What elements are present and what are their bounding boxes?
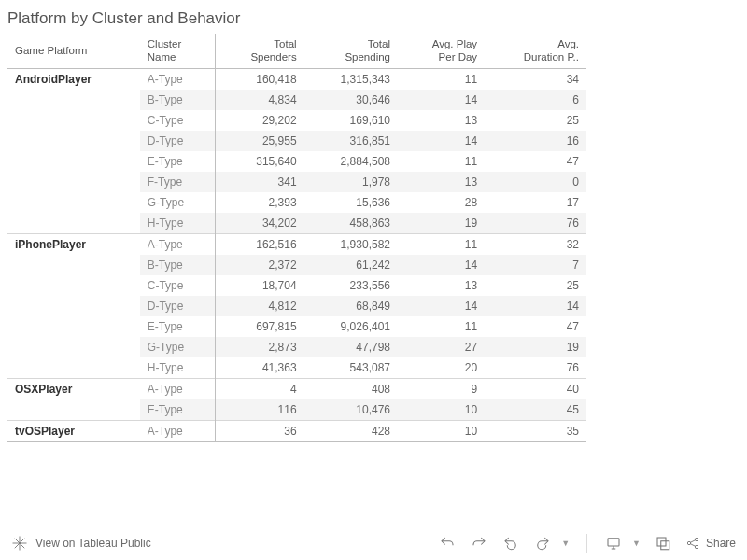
spenders-cell: 41,363 — [216, 357, 304, 379]
col-cluster[interactable]: Cluster Name — [140, 34, 216, 68]
page-title: Platform by Cluster and Behavior — [0, 0, 747, 34]
col-play[interactable]: Avg. Play Per Day — [398, 34, 485, 68]
duration-cell: 47 — [485, 151, 586, 172]
duration-cell: 17 — [485, 192, 586, 213]
col-duration[interactable]: Avg. Duration P.. — [485, 34, 586, 68]
play-cell: 13 — [398, 172, 485, 192]
duration-cell: 76 — [485, 357, 586, 379]
play-cell: 11 — [398, 68, 485, 90]
spending-cell: 9,026,401 — [304, 316, 398, 337]
table-container: Game Platform Cluster Name Total Spender… — [0, 34, 747, 442]
svg-line-13 — [690, 543, 695, 546]
spenders-cell: 2,393 — [216, 192, 304, 213]
spending-cell: 15,636 — [304, 192, 398, 213]
play-cell: 11 — [398, 151, 485, 172]
toolbar-separator — [586, 534, 587, 553]
cluster-cell: C-Type — [140, 275, 216, 296]
platform-cell: iPhonePlayer — [7, 233, 140, 378]
cluster-cell: A-Type — [140, 233, 216, 255]
device-preview-button[interactable] — [604, 534, 623, 553]
spenders-cell: 4,812 — [216, 296, 304, 316]
svg-rect-8 — [661, 540, 669, 549]
table-row[interactable]: OSXPlayerA-Type4408940 — [7, 378, 586, 399]
cluster-cell: C-Type — [140, 110, 216, 131]
spending-cell: 47,798 — [304, 337, 398, 357]
refresh-button[interactable] — [533, 534, 552, 553]
spenders-cell: 25,955 — [216, 131, 304, 151]
refresh-dropdown[interactable]: ▼ — [561, 539, 570, 548]
spenders-cell: 315,640 — [216, 151, 304, 172]
duration-cell: 32 — [485, 233, 586, 255]
spenders-cell: 29,202 — [216, 110, 304, 131]
duration-cell: 34 — [485, 68, 586, 90]
spending-cell: 1,930,582 — [304, 233, 398, 255]
cluster-cell: A-Type — [140, 68, 216, 90]
spenders-cell: 162,516 — [216, 233, 304, 255]
device-dropdown[interactable]: ▼ — [632, 539, 641, 548]
play-cell: 11 — [398, 316, 485, 337]
cluster-cell: D-Type — [140, 296, 216, 316]
duration-cell: 25 — [485, 110, 586, 131]
share-button[interactable]: Share — [685, 534, 736, 553]
col-platform[interactable]: Game Platform — [7, 34, 140, 68]
svg-line-12 — [690, 539, 695, 542]
table-row[interactable]: tvOSPlayerA-Type364281035 — [7, 420, 586, 441]
undo-button[interactable] — [438, 534, 457, 553]
spending-cell: 458,863 — [304, 213, 398, 234]
spending-cell: 2,884,508 — [304, 151, 398, 172]
replay-button[interactable] — [501, 534, 520, 553]
play-cell: 28 — [398, 192, 485, 213]
duration-cell: 0 — [485, 172, 586, 192]
play-cell: 11 — [398, 233, 485, 255]
download-button[interactable] — [654, 534, 672, 553]
cluster-cell: D-Type — [140, 131, 216, 151]
play-cell: 14 — [398, 131, 485, 151]
cluster-cell: H-Type — [140, 357, 216, 379]
play-cell: 14 — [398, 255, 485, 275]
spending-cell: 10,476 — [304, 399, 398, 421]
tableau-logo-icon — [11, 535, 28, 552]
duration-cell: 14 — [485, 296, 586, 316]
cluster-cell: G-Type — [140, 192, 216, 213]
platform-cell: AndroidPlayer — [7, 68, 140, 233]
share-label: Share — [706, 537, 736, 550]
platform-cell: tvOSPlayer — [7, 420, 140, 441]
svg-point-9 — [687, 541, 690, 544]
svg-rect-4 — [608, 538, 619, 545]
redo-button[interactable] — [470, 534, 488, 553]
duration-cell: 35 — [485, 420, 586, 441]
spending-cell: 316,851 — [304, 131, 398, 151]
svg-point-10 — [695, 538, 698, 540]
table-row[interactable]: AndroidPlayerA-Type160,4181,315,3431134 — [7, 68, 586, 90]
spenders-cell: 4,834 — [216, 90, 304, 110]
spending-cell: 1,315,343 — [304, 68, 398, 90]
play-cell: 9 — [398, 378, 485, 399]
spending-cell: 428 — [304, 420, 398, 441]
spending-cell: 68,849 — [304, 296, 398, 316]
spenders-cell: 2,873 — [216, 337, 304, 357]
duration-cell: 6 — [485, 90, 586, 110]
table-row[interactable]: iPhonePlayerA-Type162,5161,930,5821132 — [7, 233, 586, 255]
spenders-cell: 341 — [216, 172, 304, 192]
spending-cell: 543,087 — [304, 357, 398, 379]
col-spenders[interactable]: Total Spenders — [216, 34, 304, 68]
svg-rect-7 — [657, 538, 666, 546]
data-table: Game Platform Cluster Name Total Spender… — [7, 34, 586, 442]
play-cell: 10 — [398, 420, 485, 441]
platform-cell: OSXPlayer — [7, 378, 140, 420]
col-spending[interactable]: Total Spending — [304, 34, 398, 68]
play-cell: 13 — [398, 110, 485, 131]
cluster-cell: E-Type — [140, 151, 216, 172]
play-cell: 10 — [398, 399, 485, 421]
duration-cell: 47 — [485, 316, 586, 337]
spending-cell: 1,978 — [304, 172, 398, 192]
cluster-cell: B-Type — [140, 255, 216, 275]
cluster-cell: F-Type — [140, 172, 216, 192]
spenders-cell: 697,815 — [216, 316, 304, 337]
cluster-cell: B-Type — [140, 90, 216, 110]
spenders-cell: 2,372 — [216, 255, 304, 275]
toolbar: View on Tableau Public ▼ ▼ Share — [0, 525, 747, 560]
play-cell: 19 — [398, 213, 485, 234]
tableau-public-link[interactable]: View on Tableau Public — [11, 535, 151, 552]
cluster-cell: G-Type — [140, 337, 216, 357]
